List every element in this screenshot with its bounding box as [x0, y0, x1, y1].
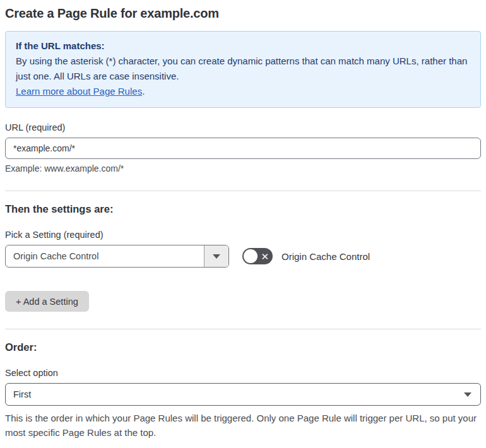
order-select-label: Select option: [5, 368, 481, 378]
url-input[interactable]: [5, 138, 481, 159]
link-period: .: [142, 86, 145, 97]
add-setting-button[interactable]: + Add a Setting: [5, 291, 89, 312]
order-helper-text: This is the order in which your Page Rul…: [5, 411, 481, 440]
origin-cache-control-toggle[interactable]: ✕: [242, 248, 273, 264]
url-helper-text: Example: www.example.com/*: [5, 163, 481, 174]
learn-more-link[interactable]: Learn more about Page Rules: [16, 86, 142, 97]
settings-section-heading: Then the settings are:: [5, 203, 481, 215]
setting-picker-dropdown[interactable]: Origin Cache Control: [5, 245, 229, 268]
setting-picker-arrow-button[interactable]: [204, 245, 228, 267]
caret-down-icon: [213, 254, 220, 259]
setting-picker-value: Origin Cache Control: [6, 245, 204, 267]
pick-setting-label: Pick a Setting (required): [5, 230, 481, 240]
url-matches-info-box: If the URL matches: By using the asteris…: [5, 31, 481, 108]
divider: [5, 329, 481, 329]
page-title: Create a Page Rule for example.com: [5, 6, 481, 21]
order-section-heading: Order:: [5, 341, 481, 353]
info-box-link-row: Learn more about Page Rules.: [16, 84, 470, 99]
order-select-value: First: [13, 389, 464, 399]
url-field-label: URL (required): [5, 122, 481, 133]
info-box-heading: If the URL matches:: [16, 38, 470, 54]
divider: [5, 191, 481, 191]
toggle-label: Origin Cache Control: [282, 251, 370, 262]
order-select[interactable]: First: [5, 383, 481, 406]
info-box-body: By using the asterisk (*) character, you…: [16, 54, 470, 84]
setting-row: Origin Cache Control ✕ Origin Cache Cont…: [5, 245, 481, 268]
caret-down-icon: [464, 392, 471, 397]
toggle-knob: [244, 249, 258, 263]
toggle-off-x-icon: ✕: [261, 248, 269, 264]
